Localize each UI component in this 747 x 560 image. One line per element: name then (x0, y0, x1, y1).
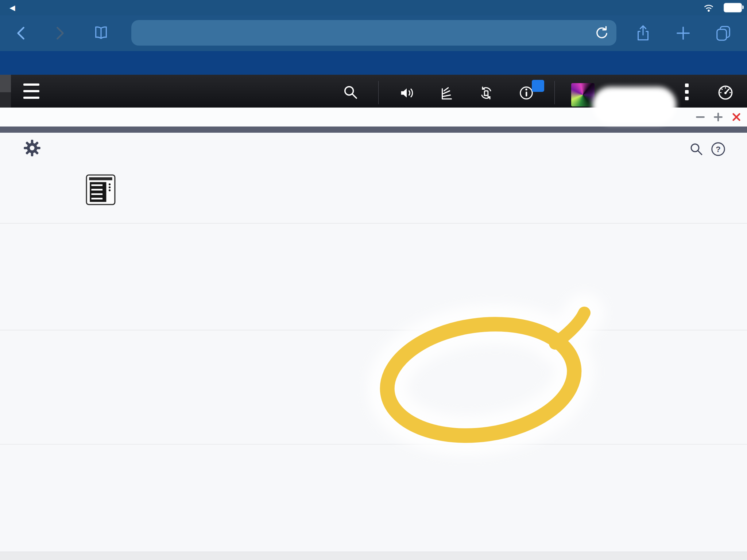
minimize-button[interactable] (694, 111, 707, 123)
volume-icon[interactable] (398, 85, 415, 101)
more-options-icon[interactable] (685, 83, 689, 100)
divider (0, 223, 747, 223)
divider (0, 444, 747, 444)
maximize-button[interactable] (712, 111, 724, 123)
reload-icon[interactable] (594, 25, 610, 41)
safari-tab-bar (0, 51, 747, 75)
panel-search-icon[interactable] (689, 141, 704, 157)
control-panel-window: ? (0, 133, 747, 560)
desktop-edge (0, 75, 11, 108)
battery-icon (724, 3, 742, 12)
search-icon[interactable] (342, 84, 359, 101)
back-to-app-icon[interactable]: ◀ (9, 3, 15, 12)
sync-icon[interactable] (478, 85, 495, 101)
ios-status-bar: ◀ (0, 0, 747, 15)
notification-badge[interactable] (532, 80, 544, 92)
help-icon[interactable]: ? (710, 141, 727, 158)
forward-button[interactable] (51, 25, 68, 42)
svg-text:?: ? (716, 145, 720, 154)
share-icon[interactable] (635, 25, 651, 42)
page-bottom-strip (0, 552, 747, 560)
bookmarks-icon[interactable] (93, 25, 109, 42)
wifi-icon (703, 2, 715, 13)
divider (0, 330, 747, 330)
divider (378, 81, 379, 104)
tabs-overview-icon[interactable] (715, 25, 732, 42)
user-avatar[interactable] (571, 83, 595, 106)
url-bar[interactable] (131, 20, 616, 46)
censored-username-blob (592, 87, 676, 124)
safari-toolbar (0, 15, 747, 51)
dashboard-icon[interactable] (716, 83, 735, 102)
divider (554, 81, 555, 104)
close-button[interactable] (730, 111, 743, 123)
background-tasks-icon[interactable] (438, 85, 455, 101)
window-frame-edge (0, 127, 747, 133)
new-tab-icon[interactable] (675, 25, 692, 42)
control-panel-gear-icon (23, 139, 42, 158)
back-button[interactable] (13, 25, 30, 42)
main-menu-icon[interactable] (23, 83, 39, 99)
nas-device-image (85, 174, 117, 206)
